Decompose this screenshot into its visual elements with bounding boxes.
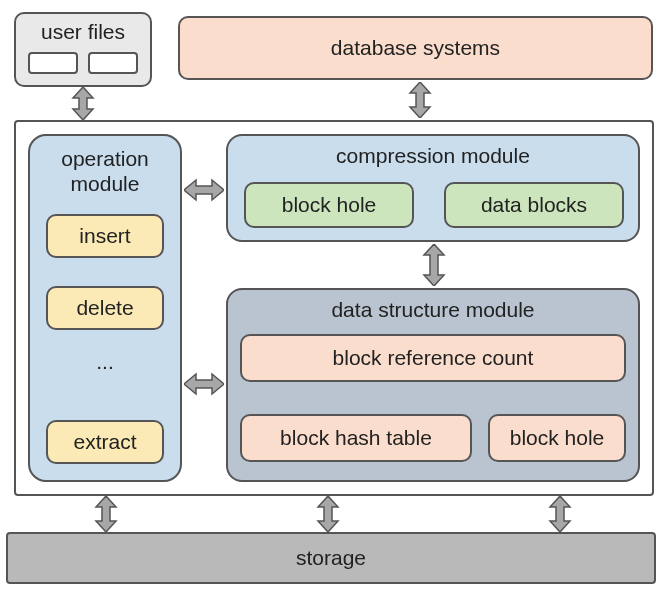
svg-marker-4 (184, 374, 224, 394)
compression-item-label: data blocks (481, 193, 587, 217)
arrow-icon (94, 496, 118, 532)
block-reference-count: block reference count (240, 334, 626, 382)
data-structure-module-title: data structure module (228, 298, 638, 322)
dsm-block-hole: block hole (488, 414, 626, 462)
op-label: delete (76, 296, 133, 320)
dsm-label: block hole (510, 426, 605, 450)
storage-box: storage (6, 532, 656, 584)
compression-block-hole: block hole (244, 182, 414, 228)
user-files-box: user files (14, 12, 152, 87)
op-insert: insert (46, 214, 164, 258)
compression-item-label: block hole (282, 193, 377, 217)
file-icon (88, 52, 138, 74)
arrow-icon (548, 496, 572, 532)
svg-marker-1 (410, 82, 430, 118)
compression-module-title: compression module (228, 144, 638, 168)
svg-marker-6 (318, 496, 338, 532)
arrow-icon (316, 496, 340, 532)
arrow-icon (422, 244, 446, 286)
svg-marker-0 (73, 87, 93, 120)
op-extract: extract (46, 420, 164, 464)
diagram-canvas: user files database systems operation mo… (0, 0, 668, 598)
dsm-label: block reference count (333, 346, 534, 370)
arrow-icon (71, 87, 95, 120)
dsm-label: block hash table (280, 426, 432, 450)
operation-module-title: operation module (30, 146, 180, 196)
user-files-label: user files (41, 20, 125, 44)
database-systems-box: database systems (178, 16, 653, 80)
compression-data-blocks: data blocks (444, 182, 624, 228)
svg-marker-3 (424, 244, 444, 286)
svg-marker-7 (550, 496, 570, 532)
database-systems-label: database systems (331, 36, 500, 60)
arrow-icon (184, 372, 224, 396)
op-ellipsis: ... (46, 350, 164, 374)
svg-marker-5 (96, 496, 116, 532)
file-icon (28, 52, 78, 74)
arrow-icon (184, 178, 224, 202)
block-hash-table: block hash table (240, 414, 472, 462)
op-delete: delete (46, 286, 164, 330)
op-label: extract (73, 430, 136, 454)
storage-label: storage (296, 546, 366, 570)
op-label: insert (79, 224, 130, 248)
arrow-icon (408, 82, 432, 118)
svg-marker-2 (184, 180, 224, 200)
